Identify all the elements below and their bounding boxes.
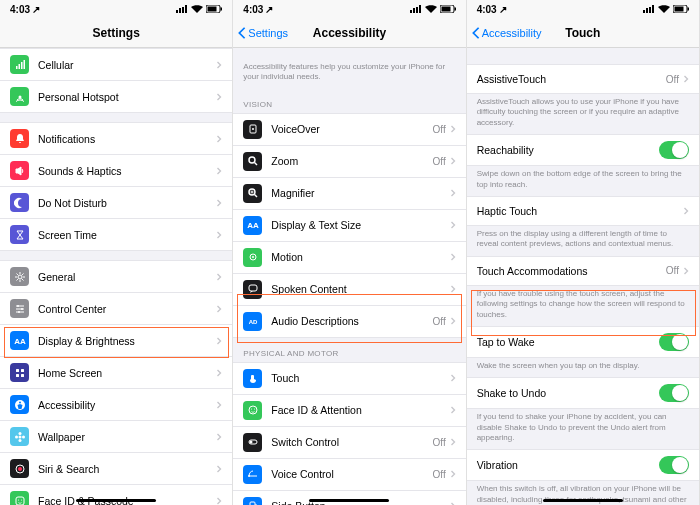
voicec-icon: [243, 465, 262, 484]
settings-row[interactable]: Reachability: [467, 134, 699, 166]
bell-icon: [10, 129, 29, 148]
settings-row[interactable]: Control Center: [0, 292, 232, 325]
chevron-right-icon: [450, 284, 456, 294]
settings-row[interactable]: Haptic Touch: [467, 196, 699, 226]
hotspot-icon: [10, 87, 29, 106]
settings-row[interactable]: Touch AccommodationsOff: [467, 256, 699, 286]
settings-row[interactable]: Switch ControlOff: [233, 426, 465, 459]
svg-rect-19: [16, 374, 19, 377]
settings-row[interactable]: ZoomOff: [233, 145, 465, 178]
svg-rect-77: [687, 8, 689, 11]
svg-rect-73: [649, 7, 651, 13]
home-indicator[interactable]: [543, 499, 623, 502]
home-indicator[interactable]: [76, 499, 156, 502]
settings-row[interactable]: Cellular: [0, 48, 232, 81]
faceid-icon: [10, 491, 29, 505]
page-title: Accessibility: [233, 26, 465, 40]
settings-row[interactable]: Sounds & Haptics: [0, 154, 232, 187]
settings-row[interactable]: Motion: [233, 241, 465, 274]
svg-point-32: [21, 499, 22, 500]
toggle-switch[interactable]: [659, 384, 689, 402]
switchc-icon: [243, 433, 262, 452]
svg-text:AA: AA: [247, 221, 259, 230]
status-bar: 4:03↗: [233, 0, 465, 18]
settings-row[interactable]: Personal Hotspot: [0, 80, 232, 113]
chevron-right-icon: [683, 206, 689, 216]
svg-line-49: [254, 195, 257, 198]
chevron-right-icon: [216, 166, 222, 176]
signal-icon: [176, 5, 188, 13]
chevron-right-icon: [216, 304, 222, 314]
settings-row[interactable]: Face ID & Attention: [233, 394, 465, 427]
row-label: Notifications: [38, 133, 216, 145]
settings-row[interactable]: Vibration: [467, 449, 699, 481]
footer-text: Press on the display using a different l…: [467, 225, 699, 256]
svg-rect-30: [16, 497, 24, 505]
vo-icon: [243, 120, 262, 139]
toggle-switch[interactable]: [659, 456, 689, 474]
touch-list[interactable]: AssistiveTouchOffAssistiveTouch allows y…: [467, 48, 699, 505]
svg-rect-9: [21, 62, 23, 69]
chevron-right-icon: [216, 60, 222, 70]
svg-rect-2: [182, 7, 184, 13]
chevron-right-icon: [216, 336, 222, 346]
chevron-right-icon: [450, 156, 456, 166]
svg-rect-8: [18, 64, 20, 69]
row-label: Haptic Touch: [477, 205, 683, 217]
row-label: Zoom: [271, 155, 432, 167]
settings-row[interactable]: AssistiveTouchOff: [467, 64, 699, 94]
settings-row[interactable]: Do Not Disturb: [0, 186, 232, 219]
section-header: VISION: [233, 88, 465, 113]
page-title: Touch: [467, 26, 699, 40]
toggle-switch[interactable]: [659, 333, 689, 351]
settings-list[interactable]: CellularPersonal HotspotNotificationsSou…: [0, 48, 232, 505]
aa-icon: AA: [243, 216, 262, 235]
settings-row[interactable]: Touch: [233, 362, 465, 395]
row-label: Control Center: [38, 303, 216, 315]
home-indicator[interactable]: [309, 499, 389, 502]
settings-row[interactable]: Shake to Undo: [467, 377, 699, 409]
toggle-switch[interactable]: [659, 141, 689, 159]
row-label: Screen Time: [38, 229, 216, 241]
settings-row[interactable]: Notifications: [0, 122, 232, 155]
svg-point-23: [18, 435, 21, 438]
settings-row[interactable]: Magnifier: [233, 177, 465, 210]
settings-row[interactable]: AADisplay & Brightness: [0, 324, 232, 357]
chevron-right-icon: [450, 469, 456, 479]
speaker-icon: [10, 161, 29, 180]
row-label: Face ID & Attention: [271, 404, 449, 416]
svg-text:AD: AD: [248, 319, 257, 325]
settings-row[interactable]: Siri & Search: [0, 452, 232, 485]
settings-row[interactable]: Tap to Wake: [467, 326, 699, 358]
footer-text: AssistiveTouch allows you to use your iP…: [467, 93, 699, 134]
svg-rect-1: [179, 8, 181, 13]
svg-rect-7: [16, 66, 18, 69]
row-value: Off: [433, 316, 446, 327]
svg-point-57: [249, 406, 257, 414]
svg-rect-71: [643, 10, 645, 13]
settings-row[interactable]: Home Screen: [0, 356, 232, 389]
settings-row[interactable]: Accessibility: [0, 388, 232, 421]
settings-row[interactable]: ADAudio DescriptionsOff: [233, 305, 465, 338]
navbar: Settings: [0, 18, 232, 48]
settings-row[interactable]: Voice ControlOff: [233, 458, 465, 491]
accessibility-list[interactable]: Accessibility features help you customiz…: [233, 48, 465, 505]
settings-row[interactable]: General: [0, 260, 232, 293]
svg-point-46: [249, 157, 255, 163]
settings-row[interactable]: Spoken Content: [233, 273, 465, 306]
settings-screen: 4:03↗ Settings CellularPersonal HotspotN…: [0, 0, 233, 505]
row-value: Off: [433, 156, 446, 167]
settings-row[interactable]: Wallpaper: [0, 420, 232, 453]
settings-row[interactable]: VoiceOverOff: [233, 113, 465, 146]
row-label: Vibration: [477, 459, 659, 471]
svg-point-12: [18, 275, 22, 279]
settings-row[interactable]: Screen Time: [0, 218, 232, 251]
row-label: Tap to Wake: [477, 336, 659, 348]
sliders-icon: [10, 299, 29, 318]
sidebtn-icon: [243, 497, 262, 505]
chevron-right-icon: [450, 373, 456, 383]
settings-row[interactable]: Side Button: [233, 490, 465, 505]
row-label: Touch Accommodations: [477, 265, 666, 277]
row-label: Personal Hotspot: [38, 91, 216, 103]
settings-row[interactable]: AADisplay & Text Size: [233, 209, 465, 242]
